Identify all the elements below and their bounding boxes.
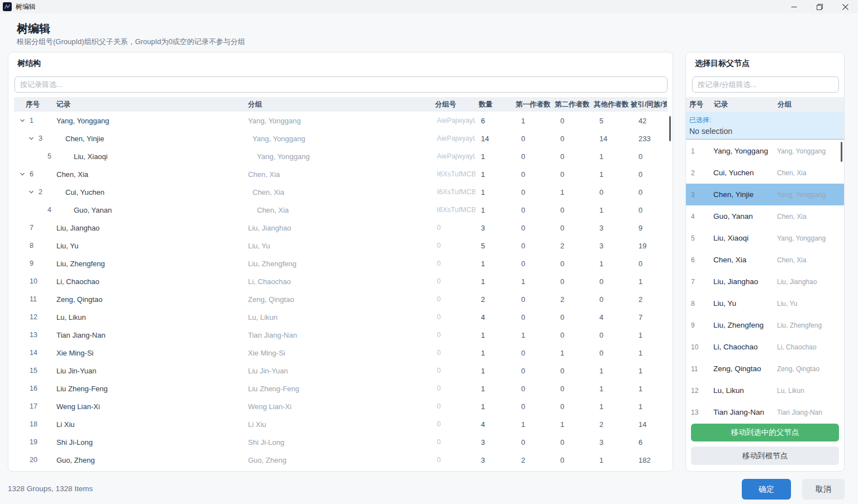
row-first-author-count: 0 (511, 170, 550, 179)
tree-table-row[interactable]: 3 Chen, Yinjie Yang, Yonggang AiePajwyay… (14, 129, 668, 147)
target-list-item[interactable]: 3 Chen, Yinjie Yang, Yonggang (686, 184, 844, 205)
target-list-item[interactable]: 2 Cui, Yuchen Chen, Xia (686, 162, 844, 184)
target-list: 1 Yang, Yonggang Yang, Yonggang 2 Cui, Y… (686, 140, 844, 423)
target-row-group: Li, Chaochao (774, 343, 844, 351)
expand-toggle[interactable] (26, 187, 36, 197)
selection-value: No selection (689, 127, 844, 136)
row-seq-cell: 16 (14, 383, 56, 393)
expand-toggle[interactable] (17, 116, 27, 126)
row-cited-count: 1 (628, 331, 667, 339)
row-first-author-count: 0 (511, 313, 550, 321)
tree-table-row[interactable]: 10 Li, Chaochao Li, Chaochao 0 1 1 0 0 1 (14, 272, 668, 290)
target-row-record: Liu, Yu (711, 299, 774, 308)
row-second-author-count: 0 (550, 224, 589, 232)
column-header-cited: 被引/同族/资金 (628, 100, 667, 109)
tree-table-row[interactable]: 1 Yang, Yonggang Yang, Yonggang AiePajwy… (14, 112, 668, 129)
row-second-author-count: 0 (550, 331, 589, 339)
tree-filter-input[interactable] (15, 76, 668, 93)
row-count: 1 (475, 349, 511, 357)
row-seq-cell: 10 (14, 276, 56, 286)
row-group: Liu Zheng-Feng (246, 385, 432, 393)
tree-table-row[interactable]: 18 Li Xiu Li Xiu 0 4 1 1 2 14 (14, 415, 668, 433)
target-list-item[interactable]: 8 Liu, Yu Liu, Yu (686, 292, 844, 314)
tree-table-row[interactable]: 4 Guo, Yanan Chen, Xia I6XsTufMCBe 1 0 0… (14, 201, 668, 219)
row-seq-cell: 8 (14, 241, 56, 251)
chevron-down-icon (28, 189, 34, 195)
column-header-groupid: 分组号 (432, 100, 475, 109)
target-list-item[interactable]: 13 Tian Jiang-Nan Tian Jiang-Nan (686, 401, 844, 423)
row-record: Zeng, Qingtao (56, 295, 246, 304)
tree-table-row[interactable]: 11 Zeng, Qingtao Zeng, Qingtao 0 2 0 2 0… (14, 290, 668, 308)
cancel-button[interactable]: 取消 (802, 479, 845, 500)
row-group-id: 0 (432, 295, 475, 303)
row-record: Liu, Jianghao (56, 224, 246, 232)
target-list-item[interactable]: 1 Yang, Yonggang Yang, Yonggang (686, 140, 844, 162)
target-scrollbar-thumb[interactable] (841, 142, 842, 162)
tree-table-row[interactable]: 17 Weng Lian-Xi Weng Lian-Xi 0 1 0 0 1 1 (14, 397, 668, 415)
row-cited-count: 1 (628, 349, 667, 357)
minimize-icon (791, 4, 797, 10)
row-group-id: I6XsTufMCBe (432, 206, 475, 214)
target-filter-input[interactable] (692, 76, 839, 93)
expand-toggle[interactable] (17, 169, 27, 179)
tree-scrollbar-thumb[interactable] (669, 116, 671, 141)
tree-table-row[interactable]: 12 Lu, Likun Lu, Likun 0 4 0 0 4 7 (14, 308, 668, 326)
tree-table-row[interactable]: 16 Liu Zheng-Feng Liu Zheng-Feng 0 1 0 0… (14, 380, 668, 397)
target-list-item[interactable]: 7 Liu, Jianghao Liu, Jianghao (686, 271, 844, 292)
row-first-author-count: 0 (511, 152, 550, 161)
row-seq: 7 (30, 224, 34, 232)
row-group-id: AiePajwyayL (432, 117, 475, 124)
tree-table-row[interactable]: 19 Shi Ji-Long Shi Ji-Long 0 3 0 0 3 6 (14, 433, 668, 451)
row-cited-count: 233 (628, 135, 667, 143)
tree-table-row[interactable]: 7 Liu, Jianghao Liu, Jianghao 0 3 0 0 3 … (14, 219, 668, 237)
target-list-item[interactable]: 6 Chen, Xia Chen, Xia (686, 249, 844, 271)
move-to-selected-parent-button[interactable]: 移动到选中的父节点 (691, 424, 839, 441)
row-count: 1 (475, 331, 511, 339)
row-group: Yang, Yonggang (246, 117, 432, 125)
row-seq-cell: 3 (14, 133, 56, 143)
target-list-item[interactable]: 5 Liu, Xiaoqi Yang, Yonggang (686, 227, 844, 249)
row-other-author-count: 3 (589, 242, 628, 250)
tree-table-row[interactable]: 6 Chen, Xia Chen, Xia I6XsTufMCBe 1 0 0 … (14, 165, 668, 183)
tree-table-row[interactable]: 2 Cui, Yuchen Chen, Xia I6XsTufMCBe 1 0 … (14, 183, 668, 201)
row-count: 1 (475, 367, 511, 375)
row-group: Liu Jin-Yuan (246, 367, 432, 375)
tree-table-row[interactable]: 8 Liu, Yu Liu, Yu 0 5 0 2 3 19 (14, 237, 668, 255)
line-chart-icon (4, 3, 11, 10)
tree-table-row[interactable]: 5 Liu, Xiaoqi Yang, Yonggang AiePajwyayL… (14, 147, 668, 165)
row-record: Guo, Zheng (56, 456, 246, 464)
row-other-author-count: 0 (589, 331, 628, 339)
tree-table-row[interactable]: 14 Xie Ming-Si Xie Ming-Si 0 1 0 1 0 1 (14, 344, 668, 362)
tree-table-row[interactable]: 13 Tian Jiang-Nan Tian Jiang-Nan 0 1 1 0… (14, 326, 668, 344)
tree-table-row[interactable]: 15 Liu Jin-Yuan Liu Jin-Yuan 0 1 0 0 1 1 (14, 362, 668, 380)
target-list-item[interactable]: 11 Zeng, Qingtao Zeng, Qingtao (686, 358, 844, 380)
target-list-item[interactable]: 12 Lu, Likun Lu, Likun (686, 380, 844, 401)
row-first-author-count: 1 (511, 277, 550, 286)
row-group: Chen, Xia (246, 188, 432, 196)
row-group-id: AiePajwyayL (432, 135, 475, 142)
target-list-item[interactable]: 9 Liu, Zhengfeng Liu, Zhengfeng (686, 314, 844, 336)
tree-table-row[interactable]: 20 Guo, Zheng Guo, Zheng 0 3 2 0 1 182 (14, 451, 668, 469)
row-group: Li Xiu (246, 420, 432, 429)
row-seq-cell: 12 (14, 312, 56, 322)
expand-toggle[interactable] (26, 133, 36, 143)
restore-button[interactable] (807, 0, 832, 13)
tree-table-row[interactable]: 9 Liu, Zhengfeng Liu, Zhengfeng 0 1 0 0 … (14, 255, 668, 272)
app-icon (3, 2, 12, 11)
ok-button[interactable]: 确定 (742, 479, 791, 500)
row-count: 3 (475, 224, 511, 232)
row-count: 4 (475, 313, 511, 321)
target-row-record: Chen, Xia (711, 256, 774, 264)
row-record: Guo, Yanan (56, 206, 246, 214)
row-other-author-count: 1 (589, 152, 628, 161)
row-first-author-count: 0 (511, 260, 550, 268)
row-second-author-count: 2 (550, 295, 589, 304)
row-seq-cell: 5 (14, 151, 56, 161)
target-list-item[interactable]: 4 Guo, Yanan Chen, Xia (686, 205, 844, 227)
target-row-group: Yang, Yonggang (774, 191, 844, 199)
target-row-group: Yang, Yonggang (774, 234, 844, 242)
close-button[interactable] (832, 0, 858, 13)
target-list-item[interactable]: 10 Li, Chaochao Li, Chaochao (686, 336, 844, 358)
minimize-button[interactable] (781, 0, 807, 13)
move-to-root-button[interactable]: 移动到根节点 (691, 447, 839, 465)
